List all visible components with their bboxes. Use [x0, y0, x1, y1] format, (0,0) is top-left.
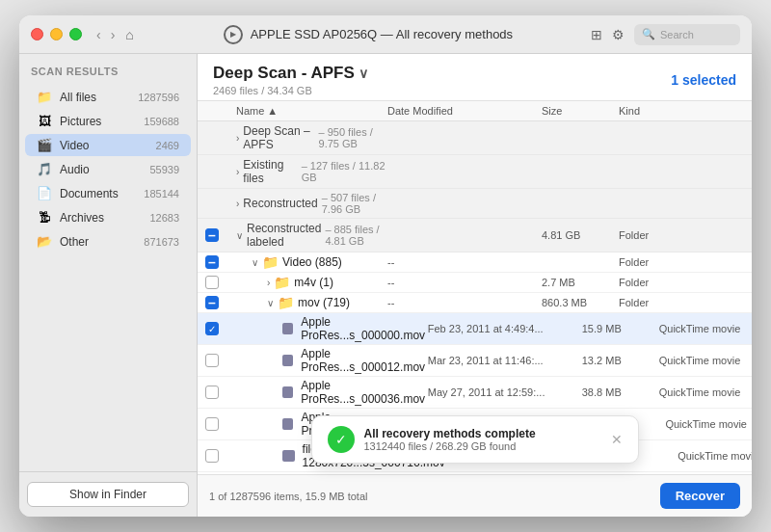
- back-arrow-icon[interactable]: ‹: [93, 25, 104, 44]
- checkbox-aprs-000717[interactable]: [205, 417, 219, 431]
- folder-m4v-1[interactable]: › 📁 m4v (1) -- 2.7 MB Folder: [198, 273, 752, 293]
- play-icon: ▶: [224, 25, 243, 44]
- all-files-icon: 📁: [37, 90, 52, 104]
- documents-icon: 📄: [37, 186, 52, 200]
- sidebar-item-archives[interactable]: 🗜 Archives 12683: [25, 206, 191, 228]
- col-header-kind[interactable]: Kind: [619, 105, 744, 117]
- toast-text-area: All recovery methods complete 1312440 fi…: [364, 427, 601, 452]
- filter-icon[interactable]: ⚙: [612, 27, 625, 42]
- titlebar-right: ⊞ ⚙ 🔍 Search: [591, 24, 740, 45]
- group-label-deep-scan: Deep Scan – APFS: [243, 124, 314, 151]
- sidebar-item-video[interactable]: 🎬 Video 2469: [25, 134, 191, 156]
- chevron-down-video-885: ∨: [252, 257, 258, 268]
- checkbox-video-885[interactable]: –: [205, 255, 219, 269]
- archives-icon: 🗜: [37, 210, 52, 225]
- sidebar-label-other: Other: [60, 235, 136, 249]
- show-in-finder-button[interactable]: Show in Finder: [27, 482, 189, 507]
- label-m4v: m4v (1): [294, 276, 333, 289]
- label-video-885: Video (885): [282, 255, 342, 269]
- close-button[interactable]: [31, 28, 43, 40]
- checkmark-icon: ✓: [335, 432, 347, 447]
- checkbox-aprs-000012[interactable]: [205, 354, 219, 367]
- col-header-size[interactable]: Size: [542, 105, 619, 117]
- file-row-aprs-000036[interactable]: Apple ProRes...s_000036.mov May 27, 2011…: [198, 377, 752, 409]
- checkbox-mov[interactable]: –: [205, 296, 219, 309]
- sidebar-count-video: 2469: [156, 140, 179, 151]
- group-name-reconstructed: › Reconstructed – 507 files / 7.96 GB: [236, 192, 387, 215]
- chevron-right-icon: ›: [236, 133, 239, 144]
- chevron-down-icon-rl: ∨: [236, 230, 243, 241]
- nav-arrows: ‹ ›: [93, 25, 118, 44]
- group-checkbox-rl: –: [205, 228, 236, 242]
- sidebar-label-all-files: All files: [60, 91, 130, 104]
- file-name-aprs-000000: Apple ProRes...s_000000.mov: [236, 315, 428, 342]
- col-header-name[interactable]: Name ▲: [236, 105, 387, 117]
- main-window: ‹ › ⌂ ▶ APPLE SSD AP0256Q — All recovery…: [19, 15, 752, 517]
- group-deep-scan[interactable]: › Deep Scan – APFS – 950 files / 9.75 GB: [198, 121, 752, 155]
- sidebar-item-other[interactable]: 📂 Other 871673: [25, 230, 191, 253]
- traffic-lights: [31, 28, 82, 40]
- group-existing[interactable]: › Existing files – 127 files / 11.82 GB: [198, 155, 752, 189]
- video-icon: 🎬: [37, 138, 52, 152]
- movie-file-icon-3: [282, 386, 293, 398]
- home-icon[interactable]: ⌂: [125, 27, 133, 42]
- label-mov: mov (719): [298, 296, 350, 309]
- sidebar-item-audio[interactable]: 🎵 Audio 55939: [25, 158, 191, 180]
- sidebar-count-audio: 55939: [149, 164, 179, 175]
- titlebar: ‹ › ⌂ ▶ APPLE SSD AP0256Q — All recovery…: [19, 15, 752, 54]
- sidebar-item-pictures[interactable]: 🖼 Pictures 159688: [25, 110, 191, 132]
- checkbox-m4v[interactable]: [205, 276, 219, 289]
- forward-arrow-icon[interactable]: ›: [108, 25, 119, 44]
- sidebar-item-documents[interactable]: 📄 Documents 185144: [25, 182, 191, 204]
- sidebar-item-all-files[interactable]: 📁 All files 1287596: [25, 86, 191, 108]
- main-content: Scan results 📁 All files 1287596 🖼 Pictu…: [19, 54, 752, 517]
- checkbox-aprs-000036[interactable]: [205, 386, 219, 399]
- other-icon: 📂: [37, 234, 52, 249]
- file-row-aprs-000000[interactable]: ✓ Apple ProRes...s_000000.mov Feb 23, 20…: [198, 313, 752, 345]
- sidebar: Scan results 📁 All files 1287596 🖼 Pictu…: [19, 54, 198, 517]
- movie-file-icon: [282, 323, 293, 334]
- file-panel-header: Deep Scan - APFS ∨ 2469 files / 34.34 GB…: [198, 54, 752, 101]
- kind-aprs-000717: QuickTime movie: [665, 418, 752, 430]
- checkbox-1280-000716[interactable]: [205, 449, 219, 463]
- group-label-existing: Existing files: [243, 158, 297, 185]
- group-label-reconstructed: Reconstructed: [243, 197, 317, 210]
- date-aprs-000000: Feb 23, 2011 at 4:49:4...: [428, 323, 582, 334]
- sidebar-count-documents: 185144: [144, 188, 179, 200]
- recover-button[interactable]: Recover: [660, 483, 740, 509]
- folder-video-885[interactable]: – ∨ 📁 Video (885) -- Folder: [198, 253, 752, 273]
- file-name-aprs-000036: Apple ProRes...s_000036.mov: [236, 379, 428, 406]
- toast-close-button[interactable]: ✕: [611, 432, 623, 447]
- panel-title-dropdown-icon[interactable]: ∨: [359, 66, 368, 81]
- view-icon[interactable]: ⊞: [591, 27, 602, 42]
- folder-mov-719[interactable]: – ∨ 📁 mov (719) -- 860.3 MB Folder: [198, 293, 752, 313]
- chevron-down-mov: ∨: [267, 298, 274, 308]
- chevron-right-m4v: ›: [267, 278, 270, 288]
- titlebar-title: APPLE SSD AP0256Q — All recovery methods: [251, 27, 513, 41]
- movie-file-icon-5: [282, 450, 295, 462]
- size-mov: 860.3 MB: [542, 297, 619, 308]
- group-reconstructed-labeled[interactable]: – ∨ Reconstructed labeled – 885 files / …: [198, 219, 752, 253]
- col-header-date[interactable]: Date Modified: [387, 105, 542, 117]
- sidebar-label-pictures: Pictures: [60, 115, 136, 128]
- search-bar[interactable]: 🔍 Search: [634, 24, 740, 45]
- group-reconstructed[interactable]: › Reconstructed – 507 files / 7.96 GB: [198, 189, 752, 219]
- file-row-aprs-000012[interactable]: Apple ProRes...s_000012.mov Mar 23, 2011…: [198, 345, 752, 377]
- minimize-button[interactable]: [50, 28, 63, 40]
- chevron-right-icon-existing: ›: [236, 167, 239, 177]
- file-name-mov: ∨ 📁 mov (719): [236, 295, 387, 310]
- kind-mov: Folder: [619, 297, 744, 308]
- sidebar-count-all-files: 1287596: [138, 92, 179, 103]
- table-header: Name ▲ Date Modified Size Kind: [198, 101, 752, 121]
- sidebar-section-title: Scan results: [19, 66, 197, 85]
- folder-icon-m4v: 📁: [274, 275, 290, 290]
- sidebar-count-pictures: 159688: [144, 116, 179, 127]
- fullscreen-button[interactable]: [69, 28, 82, 40]
- audio-icon: 🎵: [37, 162, 52, 176]
- checkbox-aprs-000000[interactable]: ✓: [205, 322, 219, 335]
- sidebar-count-other: 871673: [144, 236, 179, 248]
- checkbox-rl-partial[interactable]: –: [205, 228, 219, 242]
- search-placeholder: Search: [660, 29, 694, 40]
- size-aprs-000000: 15.9 MB: [582, 323, 659, 334]
- group-count-existing: – 127 files / 11.82 GB: [302, 160, 387, 183]
